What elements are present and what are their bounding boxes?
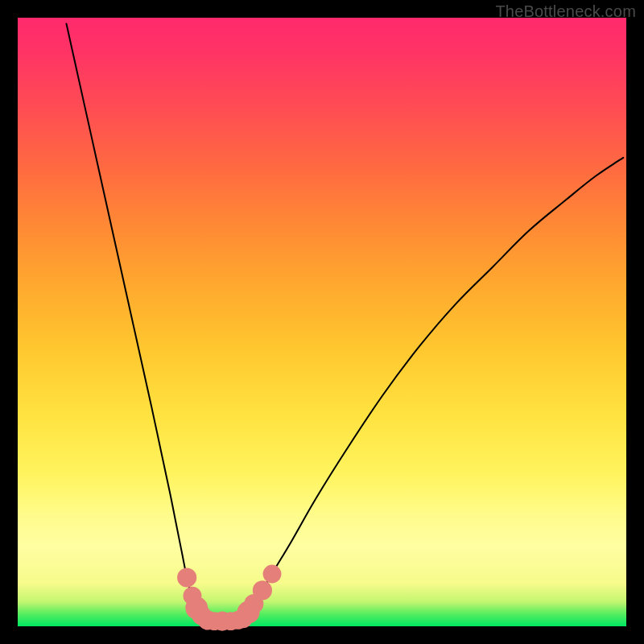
bottleneck-curve	[66, 24, 623, 621]
valley-marker	[263, 565, 282, 584]
valley-marker	[253, 580, 272, 600]
series-left-branch	[66, 24, 207, 621]
series-right-branch	[240, 158, 623, 621]
valley-markers	[177, 565, 281, 631]
watermark-text: TheBottleneck.com	[495, 2, 636, 21]
plot-area	[18, 18, 626, 626]
chart-frame: TheBottleneck.com	[0, 0, 644, 644]
valley-marker	[177, 568, 196, 587]
curve-layer	[18, 18, 626, 626]
